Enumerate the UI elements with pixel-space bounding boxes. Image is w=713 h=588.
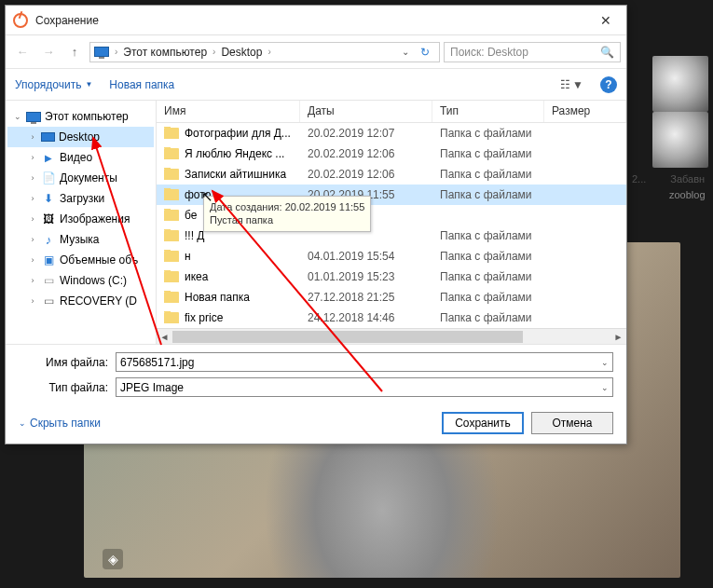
expander-icon[interactable]: ›	[28, 214, 37, 224]
dialog-actions: ⌄ Скрыть папки Сохранить Отмена	[6, 406, 626, 444]
i-down-icon	[41, 191, 56, 206]
folder-icon	[164, 292, 179, 303]
tree-item[interactable]: ›Загрузки	[7, 188, 154, 209]
chevron-right-icon: ›	[213, 47, 215, 57]
expander-icon[interactable]: ›	[28, 235, 37, 244]
horizontal-scrollbar[interactable]: ◄ ►	[157, 328, 626, 344]
search-input[interactable]: Поиск: Desktop 🔍	[444, 42, 621, 62]
folder-icon	[164, 128, 179, 139]
tree-item[interactable]: ›Видео	[7, 147, 154, 168]
chevron-right-icon: ›	[267, 47, 270, 57]
expander-icon[interactable]: ›	[28, 255, 37, 265]
dialog-title: Сохранение	[35, 14, 99, 27]
tree-item[interactable]: ›Windows (C:)	[7, 270, 154, 291]
expander-icon[interactable]: ›	[28, 132, 37, 142]
folder-icon	[164, 230, 179, 241]
file-row[interactable]: Фотографии для Д...20.02.2019 12:07Папка…	[157, 123, 626, 144]
close-button[interactable]: ✕	[585, 6, 626, 34]
tree-item[interactable]: ›Desktop	[7, 127, 154, 147]
sidebar-thumbnails: 2... Забавн zooblog	[624, 56, 708, 201]
tree-item[interactable]: ›Документы	[7, 168, 154, 188]
organize-menu[interactable]: Упорядочить ▼	[15, 78, 92, 91]
folder-tree: ⌄ Этот компьютер ›Desktop›Видео›Документ…	[6, 101, 157, 344]
i-docs-icon	[41, 171, 56, 185]
file-row[interactable]: Я люблю Яндекс ...20.02.2019 12:06Папка …	[157, 144, 626, 164]
back-button[interactable]: ←	[11, 41, 34, 63]
chevron-right-icon: ›	[115, 47, 117, 57]
thumb-caption: Забавн	[670, 173, 705, 185]
forward-button[interactable]: →	[37, 41, 60, 63]
folder-icon	[164, 169, 179, 180]
navbar: ← → ↑ › Этот компьютер › Desktop › ⌄ ↻ П…	[6, 35, 626, 69]
col-size[interactable]: Размер	[544, 101, 626, 122]
folder-tooltip: Дата создания: 20.02.2019 11:55 Пустая п…	[203, 196, 371, 232]
column-headers: Имя Даты Тип Размер	[157, 101, 626, 123]
expander-icon[interactable]: ›	[28, 173, 37, 183]
expander-icon[interactable]: ›	[28, 296, 37, 306]
save-dialog: Сохранение ✕ ← → ↑ › Этот компьютер › De…	[5, 5, 627, 444]
scroll-thumb[interactable]	[172, 331, 523, 343]
filename-input[interactable]: 675685171.jpg ⌄	[116, 352, 613, 372]
file-row[interactable]: икеа01.01.2019 15:23Папка с файлами	[157, 267, 626, 287]
col-type[interactable]: Тип	[432, 101, 544, 122]
expander-icon[interactable]: ›	[28, 153, 37, 162]
filetype-select[interactable]: JPEG Image ⌄	[116, 377, 613, 397]
folder-icon	[164, 148, 179, 159]
col-name[interactable]: Имя	[157, 101, 300, 122]
i-desktop-icon	[41, 132, 55, 142]
save-button[interactable]: Сохранить	[442, 412, 524, 434]
folder-icon	[164, 189, 179, 200]
i-img-icon	[41, 212, 56, 226]
chevron-down-icon[interactable]: ⌄	[601, 358, 609, 367]
col-date[interactable]: Даты	[300, 101, 432, 122]
scroll-right-icon[interactable]: ►	[610, 332, 626, 342]
expander-icon[interactable]: ⌄	[13, 112, 22, 121]
file-row[interactable]: н04.01.2019 15:54Папка с файлами	[157, 246, 626, 267]
up-button[interactable]: ↑	[63, 41, 86, 63]
filename-section: Имя файла: 675685171.jpg ⌄ Тип файла: JP…	[6, 344, 626, 406]
thumbnail[interactable]	[652, 112, 708, 168]
breadcrumb-item[interactable]: Desktop	[221, 46, 262, 59]
address-bar[interactable]: › Этот компьютер › Desktop › ⌄ ↻	[89, 42, 440, 62]
tree-item[interactable]: ›Объемные объ	[7, 250, 154, 270]
file-list: Имя Даты Тип Размер Дата создания: 20.02…	[157, 101, 626, 344]
file-row[interactable]: Новая папка27.12.2018 21:25Папка с файла…	[157, 287, 626, 308]
cancel-button[interactable]: Отмена	[531, 412, 613, 434]
search-placeholder: Поиск: Desktop	[450, 46, 528, 59]
i-music-icon	[41, 232, 56, 247]
yandex-icon	[13, 13, 28, 28]
folder-icon	[164, 312, 179, 323]
thumb-caption: 2...	[632, 173, 646, 185]
chevron-down-icon[interactable]: ⌄	[601, 383, 609, 392]
folder-icon	[164, 251, 179, 262]
chevron-down-icon: ⌄	[19, 418, 26, 428]
bookmark-icon: ◈	[103, 549, 123, 569]
refresh-icon[interactable]: ↻	[415, 46, 435, 59]
i-disk-icon	[41, 273, 56, 288]
chevron-down-icon: ▼	[85, 80, 92, 89]
tree-item[interactable]: ›Музыка	[7, 229, 154, 250]
pc-icon	[26, 112, 41, 122]
help-button[interactable]: ?	[600, 76, 617, 93]
i-recov-icon	[41, 294, 56, 308]
tree-item[interactable]: ›Изображения	[7, 209, 154, 229]
breadcrumb-item[interactable]: Этот компьютер	[123, 46, 207, 59]
tree-root[interactable]: ⌄ Этот компьютер	[7, 106, 154, 127]
file-row[interactable]: fix price24.12.2018 14:46Папка с файлами	[157, 308, 626, 328]
pc-icon	[94, 47, 109, 57]
expander-icon[interactable]: ›	[28, 276, 37, 285]
expander-icon[interactable]: ›	[28, 194, 37, 203]
view-mode-button[interactable]: ☷ ▼	[560, 78, 583, 91]
thumbnail[interactable]	[652, 56, 708, 112]
folder-icon	[164, 210, 179, 221]
filetype-label: Тип файла:	[19, 381, 108, 394]
folder-icon	[164, 271, 179, 282]
file-row[interactable]: Записки айтишника20.02.2019 12:06Папка с…	[157, 164, 626, 185]
i-3d-icon	[41, 253, 56, 267]
chevron-down-icon[interactable]: ⌄	[402, 47, 409, 57]
hide-folders-link[interactable]: ⌄ Скрыть папки	[19, 417, 101, 430]
tree-item[interactable]: ›RECOVERY (D	[7, 291, 154, 311]
scroll-left-icon[interactable]: ◄	[157, 332, 172, 342]
titlebar: Сохранение ✕	[6, 6, 626, 35]
new-folder-button[interactable]: Новая папка	[109, 78, 174, 91]
